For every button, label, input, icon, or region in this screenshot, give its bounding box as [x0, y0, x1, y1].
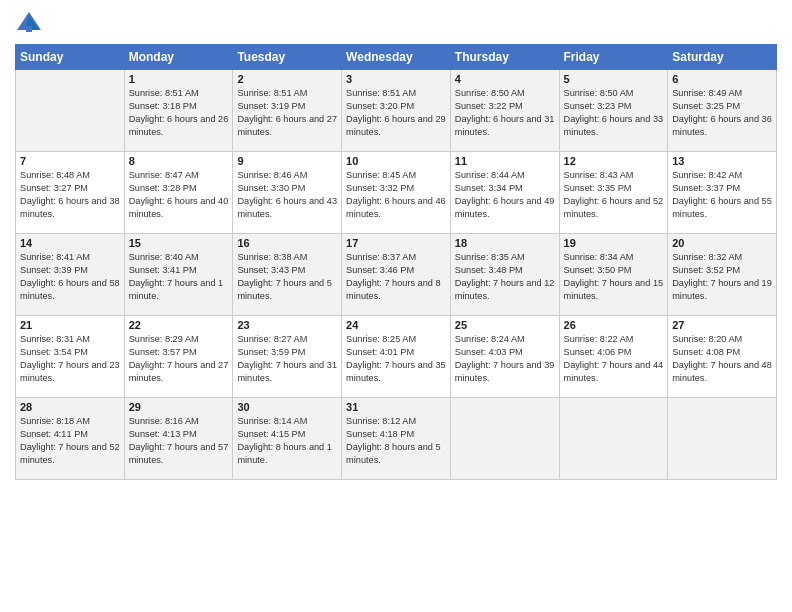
calendar-cell: 5Sunrise: 8:50 AMSunset: 3:23 PMDaylight…	[559, 70, 668, 152]
calendar-cell: 14Sunrise: 8:41 AMSunset: 3:39 PMDayligh…	[16, 234, 125, 316]
day-number: 18	[455, 237, 555, 249]
weekday-header-sunday: Sunday	[16, 45, 125, 70]
weekday-header-row: SundayMondayTuesdayWednesdayThursdayFrid…	[16, 45, 777, 70]
calendar-cell: 30Sunrise: 8:14 AMSunset: 4:15 PMDayligh…	[233, 398, 342, 480]
day-info: Sunrise: 8:20 AMSunset: 4:08 PMDaylight:…	[672, 333, 772, 385]
day-info: Sunrise: 8:38 AMSunset: 3:43 PMDaylight:…	[237, 251, 337, 303]
day-number: 9	[237, 155, 337, 167]
day-number: 8	[129, 155, 229, 167]
day-number: 15	[129, 237, 229, 249]
day-info: Sunrise: 8:16 AMSunset: 4:13 PMDaylight:…	[129, 415, 229, 467]
day-info: Sunrise: 8:22 AMSunset: 4:06 PMDaylight:…	[564, 333, 664, 385]
day-info: Sunrise: 8:14 AMSunset: 4:15 PMDaylight:…	[237, 415, 337, 467]
day-number: 26	[564, 319, 664, 331]
weekday-header-wednesday: Wednesday	[342, 45, 451, 70]
day-number: 20	[672, 237, 772, 249]
day-info: Sunrise: 8:35 AMSunset: 3:48 PMDaylight:…	[455, 251, 555, 303]
day-number: 28	[20, 401, 120, 413]
day-number: 5	[564, 73, 664, 85]
calendar-table: SundayMondayTuesdayWednesdayThursdayFrid…	[15, 44, 777, 480]
calendar-week-row: 7Sunrise: 8:48 AMSunset: 3:27 PMDaylight…	[16, 152, 777, 234]
day-number: 13	[672, 155, 772, 167]
day-number: 6	[672, 73, 772, 85]
calendar-cell: 11Sunrise: 8:44 AMSunset: 3:34 PMDayligh…	[450, 152, 559, 234]
day-number: 7	[20, 155, 120, 167]
svg-rect-2	[26, 26, 32, 32]
calendar-cell	[668, 398, 777, 480]
day-info: Sunrise: 8:45 AMSunset: 3:32 PMDaylight:…	[346, 169, 446, 221]
calendar-cell: 7Sunrise: 8:48 AMSunset: 3:27 PMDaylight…	[16, 152, 125, 234]
calendar-cell: 18Sunrise: 8:35 AMSunset: 3:48 PMDayligh…	[450, 234, 559, 316]
calendar-cell: 17Sunrise: 8:37 AMSunset: 3:46 PMDayligh…	[342, 234, 451, 316]
day-info: Sunrise: 8:29 AMSunset: 3:57 PMDaylight:…	[129, 333, 229, 385]
calendar-cell: 16Sunrise: 8:38 AMSunset: 3:43 PMDayligh…	[233, 234, 342, 316]
calendar-cell: 31Sunrise: 8:12 AMSunset: 4:18 PMDayligh…	[342, 398, 451, 480]
day-number: 11	[455, 155, 555, 167]
calendar-cell: 21Sunrise: 8:31 AMSunset: 3:54 PMDayligh…	[16, 316, 125, 398]
day-number: 3	[346, 73, 446, 85]
weekday-header-friday: Friday	[559, 45, 668, 70]
day-info: Sunrise: 8:43 AMSunset: 3:35 PMDaylight:…	[564, 169, 664, 221]
day-info: Sunrise: 8:44 AMSunset: 3:34 PMDaylight:…	[455, 169, 555, 221]
day-info: Sunrise: 8:18 AMSunset: 4:11 PMDaylight:…	[20, 415, 120, 467]
day-number: 29	[129, 401, 229, 413]
calendar-cell: 4Sunrise: 8:50 AMSunset: 3:22 PMDaylight…	[450, 70, 559, 152]
calendar-cell: 23Sunrise: 8:27 AMSunset: 3:59 PMDayligh…	[233, 316, 342, 398]
day-info: Sunrise: 8:42 AMSunset: 3:37 PMDaylight:…	[672, 169, 772, 221]
day-number: 22	[129, 319, 229, 331]
logo	[15, 10, 47, 38]
calendar-cell: 13Sunrise: 8:42 AMSunset: 3:37 PMDayligh…	[668, 152, 777, 234]
logo-icon	[15, 10, 43, 38]
day-number: 10	[346, 155, 446, 167]
header	[15, 10, 777, 38]
day-info: Sunrise: 8:27 AMSunset: 3:59 PMDaylight:…	[237, 333, 337, 385]
day-number: 31	[346, 401, 446, 413]
day-info: Sunrise: 8:49 AMSunset: 3:25 PMDaylight:…	[672, 87, 772, 139]
day-info: Sunrise: 8:25 AMSunset: 4:01 PMDaylight:…	[346, 333, 446, 385]
day-number: 14	[20, 237, 120, 249]
calendar-cell: 20Sunrise: 8:32 AMSunset: 3:52 PMDayligh…	[668, 234, 777, 316]
calendar-week-row: 1Sunrise: 8:51 AMSunset: 3:18 PMDaylight…	[16, 70, 777, 152]
calendar-cell: 26Sunrise: 8:22 AMSunset: 4:06 PMDayligh…	[559, 316, 668, 398]
calendar-cell: 12Sunrise: 8:43 AMSunset: 3:35 PMDayligh…	[559, 152, 668, 234]
day-number: 24	[346, 319, 446, 331]
day-info: Sunrise: 8:51 AMSunset: 3:18 PMDaylight:…	[129, 87, 229, 139]
calendar-cell: 15Sunrise: 8:40 AMSunset: 3:41 PMDayligh…	[124, 234, 233, 316]
day-info: Sunrise: 8:50 AMSunset: 3:23 PMDaylight:…	[564, 87, 664, 139]
day-info: Sunrise: 8:40 AMSunset: 3:41 PMDaylight:…	[129, 251, 229, 303]
calendar-week-row: 28Sunrise: 8:18 AMSunset: 4:11 PMDayligh…	[16, 398, 777, 480]
calendar-page: SundayMondayTuesdayWednesdayThursdayFrid…	[0, 0, 792, 612]
day-info: Sunrise: 8:51 AMSunset: 3:19 PMDaylight:…	[237, 87, 337, 139]
calendar-week-row: 14Sunrise: 8:41 AMSunset: 3:39 PMDayligh…	[16, 234, 777, 316]
calendar-cell	[559, 398, 668, 480]
day-number: 1	[129, 73, 229, 85]
calendar-cell	[450, 398, 559, 480]
day-number: 21	[20, 319, 120, 331]
calendar-cell: 6Sunrise: 8:49 AMSunset: 3:25 PMDaylight…	[668, 70, 777, 152]
day-info: Sunrise: 8:37 AMSunset: 3:46 PMDaylight:…	[346, 251, 446, 303]
day-number: 17	[346, 237, 446, 249]
weekday-header-saturday: Saturday	[668, 45, 777, 70]
day-info: Sunrise: 8:31 AMSunset: 3:54 PMDaylight:…	[20, 333, 120, 385]
day-number: 2	[237, 73, 337, 85]
calendar-cell: 3Sunrise: 8:51 AMSunset: 3:20 PMDaylight…	[342, 70, 451, 152]
calendar-cell: 8Sunrise: 8:47 AMSunset: 3:28 PMDaylight…	[124, 152, 233, 234]
calendar-cell: 2Sunrise: 8:51 AMSunset: 3:19 PMDaylight…	[233, 70, 342, 152]
calendar-cell: 19Sunrise: 8:34 AMSunset: 3:50 PMDayligh…	[559, 234, 668, 316]
calendar-cell: 28Sunrise: 8:18 AMSunset: 4:11 PMDayligh…	[16, 398, 125, 480]
day-number: 30	[237, 401, 337, 413]
day-info: Sunrise: 8:48 AMSunset: 3:27 PMDaylight:…	[20, 169, 120, 221]
calendar-cell	[16, 70, 125, 152]
day-info: Sunrise: 8:46 AMSunset: 3:30 PMDaylight:…	[237, 169, 337, 221]
day-info: Sunrise: 8:47 AMSunset: 3:28 PMDaylight:…	[129, 169, 229, 221]
day-number: 25	[455, 319, 555, 331]
calendar-cell: 24Sunrise: 8:25 AMSunset: 4:01 PMDayligh…	[342, 316, 451, 398]
calendar-cell: 27Sunrise: 8:20 AMSunset: 4:08 PMDayligh…	[668, 316, 777, 398]
day-number: 19	[564, 237, 664, 249]
day-number: 12	[564, 155, 664, 167]
calendar-cell: 10Sunrise: 8:45 AMSunset: 3:32 PMDayligh…	[342, 152, 451, 234]
calendar-cell: 29Sunrise: 8:16 AMSunset: 4:13 PMDayligh…	[124, 398, 233, 480]
day-info: Sunrise: 8:24 AMSunset: 4:03 PMDaylight:…	[455, 333, 555, 385]
day-info: Sunrise: 8:34 AMSunset: 3:50 PMDaylight:…	[564, 251, 664, 303]
calendar-cell: 9Sunrise: 8:46 AMSunset: 3:30 PMDaylight…	[233, 152, 342, 234]
